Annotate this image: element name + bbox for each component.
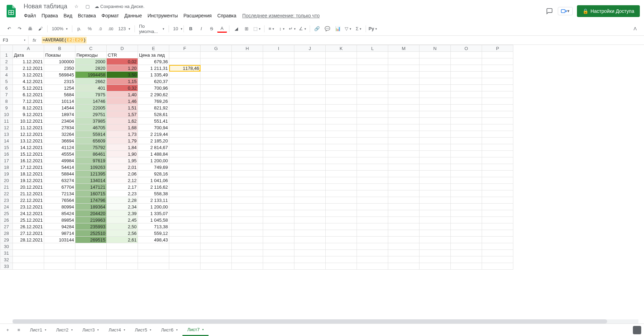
cell[interactable] xyxy=(419,243,451,250)
cell[interactable] xyxy=(75,263,107,270)
cell[interactable]: 9.12.2021 xyxy=(13,111,44,118)
print-icon[interactable]: 🖶 xyxy=(25,24,35,34)
cell[interactable] xyxy=(419,151,451,157)
menu-вставка[interactable]: Вставка xyxy=(75,11,98,20)
cell[interactable] xyxy=(482,243,513,250)
cell[interactable] xyxy=(357,144,388,151)
cell[interactable]: 235993 xyxy=(75,223,107,230)
menu-расширения[interactable]: Расширения xyxy=(181,11,214,20)
cell[interactable] xyxy=(201,197,232,204)
col-header-N[interactable]: N xyxy=(419,45,451,52)
cell[interactable]: 17.12.2021 xyxy=(13,164,44,171)
cell[interactable] xyxy=(419,98,451,105)
cell[interactable] xyxy=(482,98,513,105)
cell[interactable] xyxy=(357,230,388,237)
cell[interactable] xyxy=(326,171,357,177)
row-header[interactable]: 13 xyxy=(0,131,13,138)
col-header-A[interactable]: A xyxy=(13,45,44,52)
cell[interactable] xyxy=(294,78,326,85)
cell[interactable]: 2,39 xyxy=(107,210,138,217)
cell[interactable]: 24.12.2021 xyxy=(13,210,44,217)
cell[interactable]: 2000 xyxy=(75,58,107,65)
cell[interactable] xyxy=(482,184,513,190)
cell[interactable] xyxy=(357,72,388,78)
cell[interactable] xyxy=(419,256,451,263)
cell[interactable] xyxy=(294,52,326,58)
col-header-E[interactable]: E xyxy=(138,45,169,52)
cell[interactable] xyxy=(388,105,419,111)
cell[interactable]: 89854 xyxy=(44,217,75,223)
cell[interactable]: 41124 xyxy=(44,144,75,151)
cell[interactable]: 16.12.2021 xyxy=(13,157,44,164)
cell[interactable] xyxy=(357,58,388,65)
cell[interactable]: 928,16 xyxy=(138,171,169,177)
cell[interactable] xyxy=(263,243,294,250)
cell[interactable]: 147121 xyxy=(75,184,107,190)
cell[interactable] xyxy=(388,52,419,58)
row-header[interactable]: 4 xyxy=(0,72,13,78)
cell[interactable] xyxy=(482,131,513,138)
cell[interactable] xyxy=(263,111,294,118)
cell[interactable] xyxy=(138,243,169,250)
cell[interactable]: 1 488,84 xyxy=(138,151,169,157)
cell[interactable]: 498,43 xyxy=(138,237,169,243)
cell[interactable]: 3,50 xyxy=(107,72,138,78)
cell[interactable] xyxy=(232,230,263,237)
row-header[interactable]: 23 xyxy=(0,197,13,204)
cell[interactable]: 49984 xyxy=(44,157,75,164)
cell[interactable]: Показы xyxy=(44,52,75,58)
cell[interactable]: 1,95 xyxy=(107,157,138,164)
cell[interactable] xyxy=(169,197,201,204)
cell[interactable] xyxy=(357,118,388,124)
row-header[interactable]: 15 xyxy=(0,144,13,151)
undo-icon[interactable]: ↶ xyxy=(4,24,14,34)
sheet-tab[interactable]: Лист7 xyxy=(182,324,209,326)
cell[interactable] xyxy=(357,52,388,58)
cell[interactable]: 58844 xyxy=(44,171,75,177)
zoom-select[interactable]: 100% xyxy=(50,25,70,33)
cell[interactable] xyxy=(326,151,357,157)
cell[interactable] xyxy=(169,171,201,177)
cell[interactable] xyxy=(138,250,169,256)
cell[interactable]: 28.12.2021 xyxy=(13,237,44,243)
cell[interactable] xyxy=(294,131,326,138)
cell[interactable] xyxy=(263,118,294,124)
cell[interactable] xyxy=(232,171,263,177)
cell[interactable] xyxy=(44,263,75,270)
cell[interactable] xyxy=(451,164,482,171)
cell[interactable] xyxy=(263,72,294,78)
row-header[interactable]: 5 xyxy=(0,78,13,85)
cell[interactable]: 1,46 xyxy=(107,98,138,105)
cell[interactable] xyxy=(201,58,232,65)
cell[interactable] xyxy=(169,204,201,210)
cell[interactable] xyxy=(201,131,232,138)
row-header[interactable]: 27 xyxy=(0,223,13,230)
cell[interactable] xyxy=(13,256,44,263)
cell[interactable] xyxy=(419,85,451,91)
cell[interactable] xyxy=(294,105,326,111)
row-header[interactable]: 14 xyxy=(0,138,13,144)
cell[interactable]: 65609 xyxy=(75,138,107,144)
cell[interactable] xyxy=(232,237,263,243)
cell[interactable]: 2 219,44 xyxy=(138,131,169,138)
cell[interactable]: 174796 xyxy=(75,197,107,204)
row-header[interactable]: 20 xyxy=(0,177,13,184)
cell[interactable] xyxy=(263,197,294,204)
cell[interactable] xyxy=(388,243,419,250)
number-format[interactable]: 123 xyxy=(116,25,132,33)
col-header-J[interactable]: J xyxy=(294,45,326,52)
cell[interactable]: 1,79 xyxy=(107,138,138,144)
cell[interactable] xyxy=(388,190,419,197)
row-header[interactable]: 28 xyxy=(0,230,13,237)
cell[interactable]: 2 116,62 xyxy=(138,184,169,190)
cell[interactable]: 29751 xyxy=(75,111,107,118)
cell[interactable] xyxy=(294,65,326,72)
cell[interactable] xyxy=(388,151,419,157)
cell[interactable] xyxy=(201,223,232,230)
cell[interactable] xyxy=(169,144,201,151)
currency-format[interactable]: р. xyxy=(74,24,84,34)
cell[interactable] xyxy=(294,237,326,243)
cell[interactable] xyxy=(107,256,138,263)
cell[interactable] xyxy=(169,91,201,98)
cell[interactable] xyxy=(388,98,419,105)
